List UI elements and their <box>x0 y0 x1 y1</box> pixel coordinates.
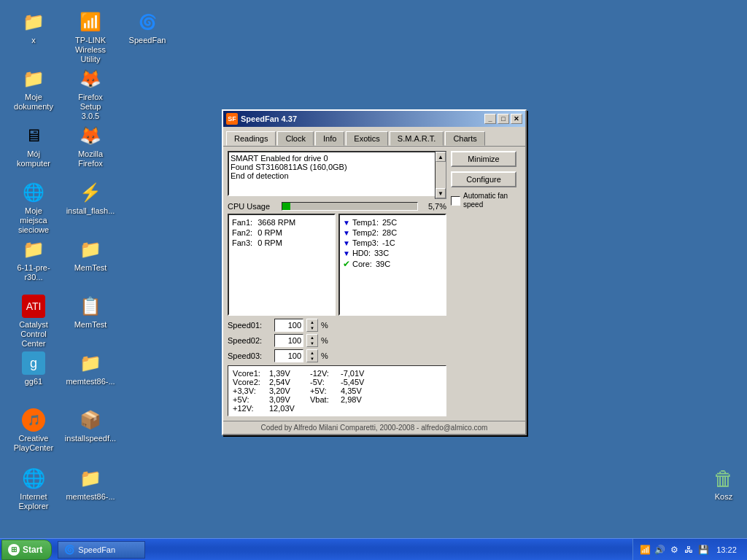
fan2-row: Fan2: 0 RPM <box>232 228 331 237</box>
log-scrollbar[interactable]: ▲ ▼ <box>435 151 446 199</box>
desktop-icon-memtest86[interactable]: 📁 memtest86-... <box>64 349 117 389</box>
v5a-row: +5V: 3,09V <box>233 395 298 404</box>
scroll-up-btn[interactable]: ▲ <box>436 152 446 162</box>
temp3-arrow: ▼ <box>343 239 350 247</box>
tab-readings[interactable]: Readings <box>226 131 276 146</box>
start-button[interactable]: ⊞ Start <box>1 540 52 560</box>
speed01-spinner[interactable]: ▲ ▼ <box>306 319 318 332</box>
clock-display[interactable]: 13:22 <box>712 545 741 554</box>
window-maximize-btn[interactable]: □ <box>498 114 509 124</box>
memtest86-icon: 📁 <box>79 351 102 375</box>
desktop-icon-catalyst[interactable]: ATI CatalystControl Center <box>7 292 60 352</box>
tab-info[interactable]: Info <box>315 131 344 146</box>
desktop-icon-flash[interactable]: ⚡ install_flash... <box>64 178 117 219</box>
desktop-icon-memtest86b[interactable]: 📁 memtest86-... <box>64 464 117 505</box>
desktop-icon-moj-komputer[interactable]: 🖥 Mój komputer <box>7 121 60 171</box>
cpu-pct: 5,7% <box>421 202 446 211</box>
desktop-icon-x[interactable]: 📁 x <box>7 7 60 48</box>
folder-icon: 📁 <box>22 10 45 34</box>
window-minimize-btn[interactable]: _ <box>484 114 496 124</box>
temp1-arrow: ▼ <box>343 219 350 227</box>
ie-icon: 🌐 <box>22 467 45 490</box>
taskbar-speedfan[interactable]: 🌀 SpeedFan <box>58 541 145 559</box>
temp1-label: Temp1: <box>352 218 379 227</box>
scroll-down-btn[interactable]: ▼ <box>436 188 446 198</box>
minimize-button[interactable]: Minimize <box>451 151 516 167</box>
hd0-value: 33C <box>374 249 389 257</box>
tp-link-icon: 📶 <box>79 10 102 34</box>
desktop-icon-memtest1[interactable]: 📁 MemTest <box>64 235 117 276</box>
desktop-icon-moje-dokumenty[interactable]: 📁 Mojedokumenty <box>7 64 60 114</box>
vbat-label: Vbat: <box>310 395 329 404</box>
fan1-row: Fan1: 3668 RPM <box>232 218 331 227</box>
desktop-icon-firefox-setup[interactable]: 🦊 Firefox Setup3.0.5 <box>64 64 117 125</box>
speed01-up[interactable]: ▲ <box>307 319 317 325</box>
installspeed-icon: 📦 <box>79 408 102 432</box>
configure-button[interactable]: Configure <box>451 171 516 187</box>
desktop-icon-installspeed[interactable]: 📦 installspeedf... <box>64 405 117 446</box>
tray-network-icon[interactable]: 📶 <box>639 544 651 556</box>
core-value: 39C <box>376 260 390 268</box>
tray-drive-icon[interactable]: 💾 <box>697 544 709 556</box>
speed02-up[interactable]: ▲ <box>307 335 317 341</box>
auto-fan-checkbox[interactable] <box>451 196 460 206</box>
desktop-icon-ie[interactable]: 🌐 InternetExplorer <box>7 464 60 514</box>
tab-exotics[interactable]: Exotics <box>346 131 387 146</box>
vcore1-label: Vcore1: <box>233 369 260 378</box>
speed03-row: Speed03: ▲ ▼ % <box>228 349 446 362</box>
v33-label: +3,3V: <box>233 386 256 395</box>
readings-area: Fan1: 3668 RPM Fan2: 0 RPM Fan3: 0 RPM <box>228 214 446 316</box>
flash-icon: ⚡ <box>79 181 102 204</box>
gg61-icon: g <box>22 351 45 375</box>
desktop-icon-gg61[interactable]: g gg61 <box>7 349 60 389</box>
v12-val: 12,03V <box>269 404 298 413</box>
speed01-down[interactable]: ▼ <box>307 325 317 331</box>
v12-row: +12V: 12,03V <box>233 404 298 413</box>
tab-smart[interactable]: S.M.A.R.T. <box>390 131 444 146</box>
speed03-pct: % <box>321 351 328 360</box>
window-title: SpeedFan 4.37 <box>241 114 483 123</box>
tab-charts[interactable]: Charts <box>445 131 484 146</box>
speed01-row: Speed01: ▲ ▼ % <box>228 319 446 332</box>
tray-sound-icon[interactable]: 🔊 <box>654 544 665 556</box>
speed01-label: Speed01: <box>228 321 271 330</box>
vm12-row: -12V: -7,01V <box>310 369 370 378</box>
desktop-icon-memtest2[interactable]: 📋 MemTest <box>64 292 117 332</box>
cpu-bar <box>282 203 290 210</box>
speed03-up[interactable]: ▲ <box>307 350 317 356</box>
v33-val: 3,20V <box>269 386 298 395</box>
temp2-label: Temp2: <box>352 228 379 237</box>
tab-clock[interactable]: Clock <box>277 131 314 146</box>
catalyst-icon: ATI <box>22 295 45 318</box>
speed03-input[interactable] <box>274 349 303 362</box>
tray-gear-icon[interactable]: ⚙ <box>668 544 680 556</box>
desktop-icon-pre-r30[interactable]: 📁 6-11-pre-r30... <box>7 235 60 285</box>
speed02-down[interactable]: ▼ <box>307 341 317 346</box>
speed02-input[interactable] <box>274 334 303 347</box>
desktop-icon-creative[interactable]: 🎵 CreativePlayCenter <box>7 405 60 456</box>
speed01-input[interactable] <box>274 319 303 332</box>
speed02-spinner[interactable]: ▲ ▼ <box>306 334 318 347</box>
memtest86b-icon: 📁 <box>79 467 102 490</box>
desktop-icon-kosz[interactable]: 🗑 Kosz <box>697 464 747 505</box>
speed-controls: Speed01: ▲ ▼ % Speed02: <box>228 319 446 362</box>
taskbar-app-icon: 🌀 <box>64 545 75 555</box>
vm12-label: -12V: <box>310 369 329 378</box>
temp2-value: 28C <box>382 228 397 237</box>
vcore1-row: Vcore1: 1,39V <box>233 369 298 378</box>
right-panel: Minimize Configure Automatic fan speed <box>451 151 521 416</box>
speed03-down[interactable]: ▼ <box>307 356 317 362</box>
taskbar-app-label: SpeedFan <box>78 545 115 554</box>
speed02-label: Speed02: <box>228 336 271 345</box>
desktop-icon-tp-link[interactable]: 📶 TP-LINKWireless Utility <box>64 7 117 68</box>
desktop-icon-moje-miejsca[interactable]: 🌐 Moje miejscasieciowe <box>7 178 60 238</box>
desktop-icon-speedfan[interactable]: 🌀 SpeedFan <box>121 7 174 48</box>
tray-network2-icon[interactable]: 🖧 <box>683 544 694 556</box>
speed03-spinner[interactable]: ▲ ▼ <box>306 349 318 362</box>
speed02-pct: % <box>321 336 328 345</box>
window-close-btn[interactable]: ✕ <box>511 114 522 124</box>
desktop-icon-mozilla-firefox[interactable]: 🦊 Mozilla Firefox <box>64 121 117 171</box>
hd0-label: HD0: <box>352 249 371 257</box>
v5b-label: +5V: <box>310 386 327 395</box>
speedfan-title-icon: SF <box>226 113 238 125</box>
